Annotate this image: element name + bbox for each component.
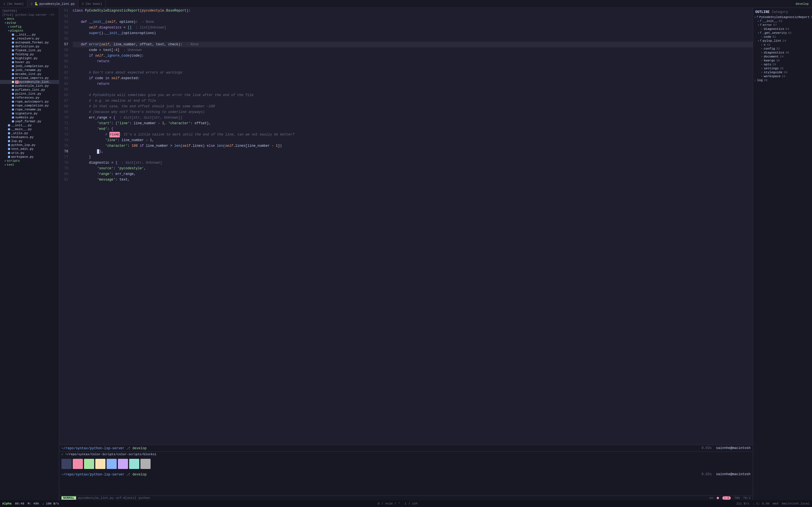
- sidebar-file-jedi-rename[interactable]: jedi_rename.py: [0, 68, 59, 72]
- outline-workspace-name: workspace: [764, 75, 780, 78]
- outline-diagnostics-num: 54: [785, 27, 789, 31]
- sidebar-file-preload[interactable]: preload_imports.py: [0, 76, 59, 80]
- file-folding-label: folding.py: [15, 53, 34, 56]
- tab-2-label: pycodestyle_lint.py: [40, 2, 75, 6]
- code-line-68: # In that case, the end offset should ju…: [73, 104, 753, 109]
- outline-item-c[interactable]: ◦ c 41: [753, 43, 812, 47]
- sidebar-file-main[interactable]: __main__.py: [0, 127, 59, 131]
- sidebar-file-definition[interactable]: definition.py: [0, 45, 59, 48]
- outline-config-name: config: [764, 47, 775, 50]
- color-block-5: [107, 459, 117, 469]
- sidebar-file-uris[interactable]: uris.py: [0, 151, 59, 155]
- sidebar-file-symbols[interactable]: symbols.py: [0, 115, 59, 119]
- sidebar-file-hookspecs[interactable]: hookspecs.py: [0, 135, 59, 139]
- sidebar-file-mccabe[interactable]: mccabe_lint.py: [0, 72, 59, 76]
- file-header-label: [FILE] python-lsp-server ~/r: [2, 13, 54, 17]
- sidebar-file-pyflakes[interactable]: pyflakes_lint.py: [0, 88, 59, 92]
- sidebar-file-rope-autoimport[interactable]: rope_autoimport.py: [0, 100, 59, 104]
- code-editor[interactable]: class PyCodeStyleDiagnosticReport(pycode…: [70, 8, 753, 445]
- code-line-57: def error(self, line_number, offset, tex…: [73, 42, 753, 47]
- sidebar-folder-pylsp[interactable]: ▾ pylsp: [0, 21, 59, 25]
- outline-item-class[interactable]: ▾ f PyCodeStyleDiagnosticReport 51: [753, 15, 812, 19]
- sidebar-file-references[interactable]: references.py: [0, 96, 59, 100]
- outline-item-styleguide[interactable]: ◦ styleguide 39: [753, 70, 812, 74]
- code-line-63: if code in self.expected:: [73, 75, 753, 81]
- outline-kwargs-type: ◦: [761, 59, 763, 62]
- outline-item-kwargs[interactable]: ◦ kwargs 38: [753, 59, 812, 62]
- outline-item-init[interactable]: ▸ f __init__ 53: [753, 19, 812, 23]
- sidebar-file-hover[interactable]: hover.py: [0, 60, 59, 64]
- sidebar-file-rope-rename[interactable]: rope_rename.py: [0, 108, 59, 112]
- outline-item-workspace[interactable]: ◦ workspace 24: [753, 74, 812, 78]
- status-percent: 79%: [734, 496, 740, 500]
- outline-header: OUTLINE Category: [753, 9, 812, 15]
- sidebar-file-yapf[interactable]: yapf_format.py: [0, 119, 59, 123]
- sidebar-file-pydocstyle[interactable]: pydocstyle_lint.py: [0, 84, 59, 88]
- color-block-2: [73, 459, 83, 469]
- badge-2-label: 2: [15, 80, 18, 83]
- outline-item-get-severity[interactable]: ▾ f _get_severity 91: [753, 31, 812, 35]
- tab-3[interactable]: 3 [No Name]: [79, 0, 106, 8]
- outline-code-name: code: [764, 35, 771, 39]
- outline-item-pylsp-lint[interactable]: ▾ f pylsp_lint 24: [753, 39, 812, 43]
- sidebar-file-pylint[interactable]: pylint_lint.py: [0, 92, 59, 96]
- outline-opts-num: 29: [772, 63, 776, 66]
- code-line-71: 'start': {'line': line_number - 1, 'char…: [73, 121, 753, 126]
- outline-item-document[interactable]: ◦ document 24: [753, 55, 812, 59]
- sidebar-file-python-lsp[interactable]: python_lsp.py: [0, 143, 59, 147]
- file-rope-completion-label: rope_completion.py: [15, 104, 49, 107]
- outline-item-diag2[interactable]: ◦ diagnostics 46: [753, 51, 812, 55]
- dot-rope-completion: [12, 105, 14, 107]
- outline-item-code[interactable]: ◦ code 91: [753, 35, 812, 39]
- sidebar-file-header[interactable]: [FILE] python-lsp-server ~/r: [0, 13, 59, 17]
- sidebar-folder-plugins[interactable]: ▾ plugins: [0, 29, 59, 33]
- dot-init: [12, 34, 14, 36]
- file-utils-label: _utils.py: [11, 131, 28, 135]
- sidebar-folder-docs[interactable]: ▸ docs: [0, 17, 59, 21]
- sidebar-file-folding[interactable]: folding.py: [0, 52, 59, 56]
- sidebar-file-utils[interactable]: _utils.py: [0, 131, 59, 135]
- text-cursor: [97, 149, 99, 154]
- sidebar-file-pycodestyle-active[interactable]: 2 pycodestyle_lint.: [0, 80, 59, 84]
- outline-item-error[interactable]: ▾ f error 57: [753, 23, 812, 27]
- sidebar-file-rope-completion[interactable]: rope_completion.py: [0, 104, 59, 108]
- outline-item-opts[interactable]: ◦ opts 29: [753, 62, 812, 66]
- code-container[interactable]: 5152535455 5657585960 6162636465 6667686…: [59, 8, 753, 445]
- tab-2[interactable]: 2 🐍 pycodestyle_lint.py: [28, 0, 79, 8]
- editor-area: 5152535455 5657585960 6162636465 6667686…: [59, 8, 753, 500]
- outline-category: Category: [772, 10, 788, 14]
- sidebar-folder-scripts[interactable]: ▸ scripts: [0, 159, 59, 163]
- sidebar-file-highlight[interactable]: highlight.py: [0, 56, 59, 60]
- sidebar-file-lsp[interactable]: lsp.py: [0, 139, 59, 143]
- sidebar-file-signature[interactable]: signature.py: [0, 112, 59, 115]
- dot-utils: [8, 132, 10, 134]
- color-block-4: [95, 459, 105, 469]
- outline-log-num: 20: [764, 78, 767, 82]
- sidebar-file-text-edit[interactable]: text_edit.py: [0, 147, 59, 151]
- dot-main: [8, 128, 10, 130]
- sidebar-file-init[interactable]: __init__.py: [0, 33, 59, 37]
- sidebar-file-jedi-completion[interactable]: jedi_completion.py: [0, 64, 59, 68]
- sidebar-file-resolvers[interactable]: _resolvers.py: [0, 37, 59, 41]
- code-line-61: [73, 64, 753, 70]
- sidebar-folder-config[interactable]: ▸ config: [0, 25, 59, 29]
- sidebar-file-workspace[interactable]: workspace.py: [0, 155, 59, 159]
- bottom-zsh: 1 / zsh: [405, 502, 417, 505]
- sidebar-folder-test[interactable]: ▸ test: [0, 163, 59, 167]
- tab-1[interactable]: 1 [No Name]: [0, 0, 28, 8]
- sidebar-file-init2[interactable]: __init__.py: [0, 123, 59, 127]
- sidebar-file-autopep8[interactable]: autopep8_format.py: [0, 41, 59, 45]
- outline-item-settings[interactable]: ◦ settings 26: [753, 66, 812, 70]
- file-rope-autoimport-label: rope_autoimport.py: [15, 100, 49, 103]
- sidebar-buffer[interactable]: [BUFFER]: [0, 9, 59, 13]
- file-symbols-label: symbols.py: [15, 116, 34, 119]
- outline-item-config[interactable]: ◦ config 25: [753, 47, 812, 51]
- code-line-69: # (because why not? There's nothing to u…: [73, 109, 753, 115]
- code-line-79: 'source': 'pycodestyle',: [73, 166, 753, 171]
- sidebar-file-flake8[interactable]: flake8_lint.py: [0, 48, 59, 52]
- outline-item-log[interactable]: ◦ log 20: [753, 78, 812, 82]
- status-lang: en: [710, 496, 713, 500]
- outline-item-diagnostics[interactable]: ◦ diagnostics 54: [753, 27, 812, 31]
- file-hookspecs-label: hookspecs.py: [11, 135, 34, 139]
- term-git-icon2: ⎇: [126, 473, 132, 476]
